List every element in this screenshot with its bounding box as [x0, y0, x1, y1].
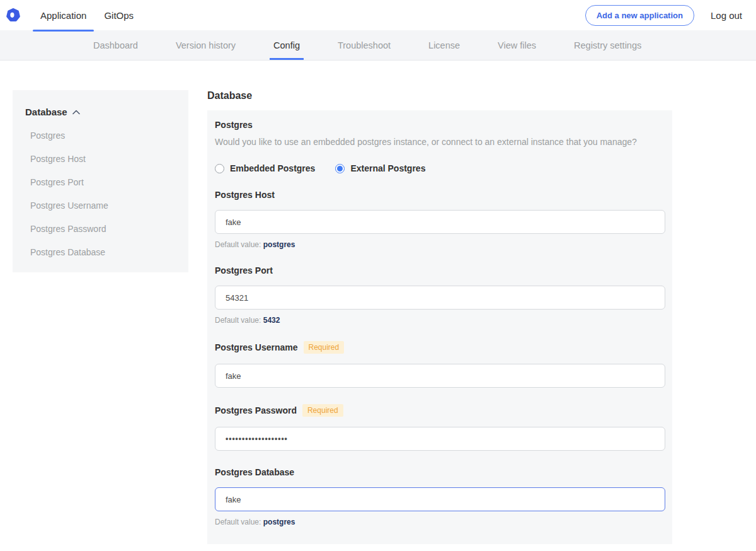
app-subnav: Dashboard Version history Config Trouble…: [0, 30, 756, 61]
subnav-version-history-label: Version history: [176, 40, 236, 50]
default-value: postgres: [263, 240, 295, 249]
field-postgres-username: Postgres Username Required: [215, 341, 665, 388]
sidebar-item-postgres-port[interactable]: Postgres Port: [25, 177, 176, 187]
sidebar-group-database[interactable]: Database: [25, 107, 176, 117]
subnav-config[interactable]: Config: [273, 30, 300, 60]
postgres-host-default: Default value: postgres: [215, 240, 665, 249]
sidebar-group-database-label: Database: [25, 107, 67, 117]
radio-unselected-icon[interactable]: [215, 164, 224, 173]
postgres-port-input[interactable]: [215, 286, 665, 310]
default-value: 5432: [263, 316, 280, 325]
config-panel: Postgres Would you like to use an embedd…: [207, 110, 672, 544]
postgres-username-label: Postgres Username: [215, 342, 298, 352]
app-logo[interactable]: [0, 0, 32, 30]
postgres-port-label: Postgres Port: [215, 265, 273, 276]
top-tabs: Application GitOps: [32, 0, 142, 30]
config-sidebar: Database Postgres Postgres Host Postgres…: [13, 90, 188, 272]
subnav-version-history[interactable]: Version history: [176, 30, 236, 60]
logout-link[interactable]: Log out: [711, 10, 742, 21]
sidebar-item-postgres-host[interactable]: Postgres Host: [25, 154, 176, 164]
sidebar-item-postgres-username[interactable]: Postgres Username: [25, 200, 176, 211]
required-badge: Required: [302, 404, 343, 417]
field-postgres-port: Postgres Port Default value: 5432: [215, 265, 665, 325]
postgres-section-label: Postgres: [215, 120, 665, 130]
postgres-username-input[interactable]: [215, 364, 665, 388]
field-postgres-password: Postgres Password Required: [215, 404, 665, 451]
subnav-troubleshoot[interactable]: Troubleshoot: [338, 30, 391, 60]
required-badge: Required: [304, 341, 345, 354]
tab-gitops[interactable]: GitOps: [95, 0, 142, 30]
radio-embedded-postgres[interactable]: Embedded Postgres: [215, 163, 315, 173]
postgres-password-input[interactable]: [215, 427, 665, 451]
subnav-license-label: License: [428, 40, 460, 50]
postgres-section-help: Would you like to use an embedded postgr…: [215, 137, 665, 147]
postgres-password-label: Postgres Password: [215, 405, 297, 415]
radio-external-postgres[interactable]: External Postgres: [335, 163, 425, 173]
chevron-up-icon: [72, 110, 80, 115]
postgres-mode-radio-group: Embedded Postgres External Postgres: [215, 163, 665, 173]
postgres-database-default: Default value: postgres: [215, 518, 665, 526]
field-postgres-host: Postgres Host Default value: postgres: [215, 190, 665, 249]
default-prefix: Default value:: [215, 518, 263, 526]
postgres-database-label: Postgres Database: [215, 467, 294, 477]
subnav-dashboard[interactable]: Dashboard: [93, 30, 138, 60]
config-main: Database Postgres Would you like to use …: [207, 90, 672, 544]
subnav-config-label: Config: [273, 40, 300, 50]
sidebar-item-postgres-database[interactable]: Postgres Database: [25, 247, 176, 257]
sidebar-item-postgres-password[interactable]: Postgres Password: [25, 224, 176, 234]
subnav-license[interactable]: License: [428, 30, 460, 60]
postgres-port-default: Default value: 5432: [215, 316, 665, 325]
radio-external-postgres-label: External Postgres: [350, 163, 425, 173]
postgres-host-label: Postgres Host: [215, 190, 275, 200]
postgres-host-input[interactable]: [215, 210, 665, 234]
config-group-title: Database: [207, 90, 672, 102]
default-prefix: Default value:: [215, 316, 263, 325]
field-postgres-database: Postgres Database Default value: postgre…: [215, 467, 665, 526]
app-logo-icon: [6, 8, 20, 22]
tab-application[interactable]: Application: [32, 0, 95, 30]
tab-application-label: Application: [40, 10, 86, 21]
top-bar-right: Add a new application Log out: [585, 0, 756, 30]
subnav-view-files[interactable]: View files: [498, 30, 536, 60]
content-area: Database Postgres Postgres Host Postgres…: [0, 61, 756, 544]
subnav-view-files-label: View files: [498, 40, 536, 50]
subnav-dashboard-label: Dashboard: [93, 40, 138, 50]
radio-embedded-postgres-label: Embedded Postgres: [230, 163, 315, 173]
subnav-registry-settings-label: Registry settings: [574, 40, 641, 50]
tab-gitops-label: GitOps: [104, 10, 134, 21]
sidebar-item-postgres[interactable]: Postgres: [25, 130, 176, 141]
postgres-database-input[interactable]: [215, 487, 665, 511]
top-bar: Application GitOps Add a new application…: [0, 0, 756, 30]
radio-selected-icon[interactable]: [335, 164, 345, 173]
subnav-troubleshoot-label: Troubleshoot: [338, 40, 391, 50]
default-prefix: Default value:: [215, 240, 263, 249]
add-new-application-button[interactable]: Add a new application: [585, 5, 694, 26]
default-value: postgres: [263, 518, 295, 526]
subnav-registry-settings[interactable]: Registry settings: [574, 30, 641, 60]
